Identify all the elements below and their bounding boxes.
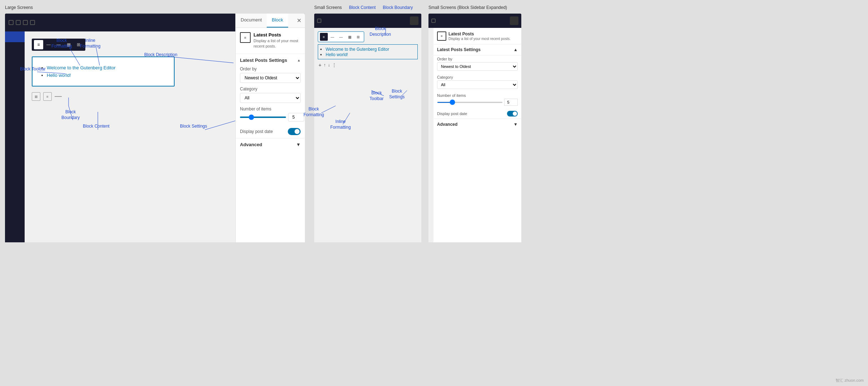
settings-section-title: Latest Posts Settings <box>240 58 287 63</box>
mockup-body: ≡ — — ▦ ⊞ Welcome to the Gutenberg Edito… <box>5 31 305 242</box>
small-mockup: ≡ — — ▦ ⊞ Welcome to the Gutenberg Edito… <box>314 14 421 242</box>
sidebar-settings-header[interactable]: Latest Posts Settings ▲ <box>433 44 521 55</box>
small-topbar-dot <box>317 19 321 23</box>
items-number-input[interactable] <box>288 113 304 122</box>
bottom-dash <box>55 96 62 97</box>
display-date-toggle[interactable] <box>288 128 301 135</box>
sidebar-order-by-field: Order by Newest to Oldest <box>433 55 521 74</box>
settings-section-latest-posts: Latest Posts Settings ▲ Order by Newest … <box>236 54 305 138</box>
sidebar-advanced-section[interactable]: Advanced ▼ <box>433 119 521 130</box>
small-sidebar-dot <box>431 19 436 23</box>
chevron-down-icon: ▼ <box>296 142 301 147</box>
small-bottom-bar: + ↑ ↓ ⋮ <box>318 62 418 68</box>
bottom-icon-image[interactable]: ⊠ <box>32 92 40 101</box>
panel-tabs: Document Block ✕ <box>236 14 305 28</box>
sidebar-order-by-label: Order by <box>437 57 518 61</box>
sidebar-items-slider[interactable] <box>437 102 503 103</box>
small-toolbar-btn-2[interactable]: — <box>328 33 336 41</box>
small-toolbar-btn-4[interactable]: ▦ <box>346 33 353 41</box>
tab-block[interactable]: Block <box>267 14 288 28</box>
toolbar-btn-3[interactable]: — <box>54 40 63 49</box>
mockup-sidebar <box>5 31 25 242</box>
chevron-up-icon: ▲ <box>297 58 301 62</box>
order-by-select[interactable]: Newest to Oldest <box>240 73 301 83</box>
block-desc-text: Latest Posts Display a list of your most… <box>254 32 301 49</box>
small-screens-section: Small Screens Block Content Block Bounda… <box>311 0 425 386</box>
post-link-1[interactable]: Welcome to the Gutenberg Editor <box>47 65 116 70</box>
display-date-label: Display post date <box>240 129 273 134</box>
advanced-section[interactable]: Advanced ▼ <box>236 138 305 151</box>
sidebar-order-by-select[interactable]: Newest to Oldest <box>437 62 518 71</box>
post-link-2[interactable]: Hello world! <box>47 73 71 78</box>
large-mockup-wrapper: ⊞ ⋮ ≡ — <box>5 14 305 242</box>
small-content-block: Welcome to the Gutenberg Editor Hello wo… <box>318 44 418 59</box>
category-field: Category All <box>236 86 305 107</box>
topbar-dot-2 <box>16 20 21 25</box>
large-screens-mockup: ⊞ ⋮ ≡ — <box>5 14 305 242</box>
sidebar-right-panel: ≡ Latest Posts Display a list of your mo… <box>433 28 521 242</box>
number-items-field: Number of items <box>236 107 305 125</box>
toolbar-btn-5[interactable]: ⊞ <box>74 40 83 49</box>
small-screens-title: Small Screens <box>314 5 342 10</box>
order-by-field: Order by Newest to Oldest <box>236 66 305 86</box>
block-toolbar: ≡ — — ▦ ⊞ <box>32 39 85 51</box>
settings-panel: Document Block ✕ ≡ Latest Posts Display … <box>235 14 305 242</box>
tab-document[interactable]: Document <box>236 14 267 28</box>
small-sidebar-topbar-btn[interactable] <box>510 16 518 25</box>
settings-range-row <box>240 113 301 122</box>
toolbar-btn-1[interactable]: ≡ <box>34 40 43 49</box>
sidebar-chevron-up: ▲ <box>513 47 518 52</box>
small-sidebar-mockup: ≡ Latest Posts Display a list of your mo… <box>428 14 521 242</box>
small-mockup-topbar <box>314 14 421 28</box>
small-toolbar: ≡ — — ▦ ⊞ <box>318 31 364 42</box>
block-icon: ≡ <box>240 32 251 43</box>
sidebar-blue-bar <box>5 31 25 42</box>
block-name: Latest Posts <box>254 32 301 38</box>
sidebar-category-select[interactable]: All <box>437 80 518 89</box>
large-screens-section: Large Screens ⊞ ⋮ <box>0 0 311 386</box>
sidebar-category-label: Category <box>437 75 518 79</box>
toolbar-btn-4[interactable]: ▦ <box>64 40 73 49</box>
topbar-dot-4 <box>30 20 35 25</box>
order-by-label: Order by <box>240 66 301 71</box>
small-screens-boundary-link[interactable]: Block Boundary <box>383 5 413 10</box>
small-post-2[interactable]: Hello world! <box>326 52 348 57</box>
block-description: Display a list of your most recent posts… <box>254 38 301 49</box>
small-more-icon[interactable]: ⋮ <box>332 63 336 68</box>
topbar-dot-1 <box>9 20 14 25</box>
small-up-icon[interactable]: ↑ <box>323 63 326 68</box>
sidebar-number-label: Number of items <box>437 93 518 98</box>
sidebar-display-date-toggle[interactable] <box>507 111 518 117</box>
small-add-icon[interactable]: + <box>318 62 321 68</box>
small-toolbar-btn-3[interactable]: — <box>337 33 345 41</box>
items-range-slider[interactable] <box>240 117 286 118</box>
small-screens-header: Small Screens Block Content Block Bounda… <box>314 5 421 10</box>
topbar-dots <box>9 20 35 25</box>
small-topbar-btn[interactable] <box>410 16 418 25</box>
sidebar-desc-text: Latest Posts Display a list of your most… <box>448 31 511 41</box>
sidebar-range-row <box>437 99 518 106</box>
small-screens-content-link[interactable]: Block Content <box>349 5 376 10</box>
small-down-icon[interactable]: ↓ <box>328 63 330 68</box>
toolbar-btn-2[interactable]: — <box>44 40 53 49</box>
display-date-row: Display post date <box>236 125 305 138</box>
small-sidebar-section: Small Screens (Block Sidebar Expanded) ≡… <box>425 0 525 386</box>
close-icon[interactable]: ✕ <box>293 14 305 28</box>
small-toolbar-btn-5[interactable]: ⊞ <box>354 33 362 41</box>
advanced-label: Advanced <box>240 142 262 147</box>
sidebar-content-body: ≡ Latest Posts Display a list of your mo… <box>428 28 521 242</box>
sidebar-left-mini <box>428 28 433 242</box>
small-post-1[interactable]: Welcome to the Gutenberg Editor <box>326 47 389 52</box>
sidebar-block-title: Latest Posts <box>448 31 511 36</box>
number-items-label: Number of items <box>240 107 301 112</box>
sidebar-items-number[interactable] <box>504 99 518 106</box>
small-mockup-container: ≡ — — ▦ ⊞ Welcome to the Gutenberg Edito… <box>314 14 421 242</box>
sidebar-block-desc: ≡ Latest Posts Display a list of your mo… <box>433 28 521 44</box>
bottom-icon-list[interactable]: ≡ <box>43 92 52 101</box>
small-toolbar-btn-1[interactable]: ≡ <box>320 33 328 41</box>
settings-section-header[interactable]: Latest Posts Settings ▲ <box>236 54 305 66</box>
sidebar-display-date-label: Display post date <box>437 112 467 116</box>
sidebar-category-field: Category All <box>433 74 521 92</box>
sidebar-toggle-row: Display post date <box>433 109 521 119</box>
category-select[interactable]: All <box>240 93 301 103</box>
